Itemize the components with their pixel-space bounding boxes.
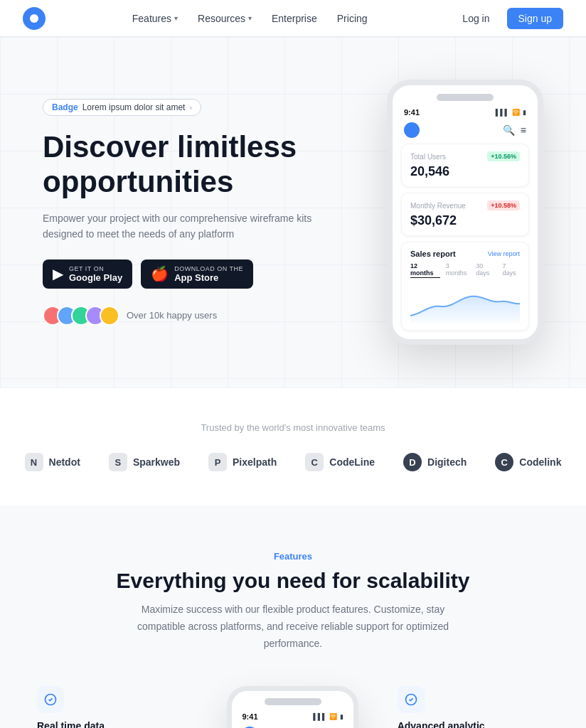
google-play-icon: ▶ <box>53 265 63 282</box>
wifi-icon: 🛜 <box>512 109 520 116</box>
hero-left: Badge Lorem ipsum dolor sit amet › Disco… <box>43 99 327 325</box>
nav-logo[interactable] <box>23 7 46 30</box>
logo-codeline: C CodeLine <box>305 453 375 471</box>
badge-text: Lorem ipsum dolor sit amet <box>82 102 186 112</box>
realtime-title: Real time data <box>37 720 188 728</box>
phone-search-icon: 🔍 <box>503 124 515 136</box>
total-users-value: 20,546 <box>410 164 520 179</box>
avatar <box>100 306 119 326</box>
phone-status-bar: 9:41 ▌▌▌ 🛜 ▮ <box>401 108 529 117</box>
apple-icon: 🍎 <box>151 265 169 282</box>
codeline-label: CodeLine <box>329 456 375 468</box>
features-title: Everything you need for scalability <box>23 569 563 593</box>
monthly-revenue-badge: +10.58% <box>487 200 520 210</box>
codelink-label: Codelink <box>519 456 561 468</box>
app-store-sub: Download on the <box>174 265 243 272</box>
nav-enterprise[interactable]: Enterprise <box>272 13 317 24</box>
nav-features[interactable]: Features ▾ <box>132 13 178 24</box>
feature-realtime: Real time data Access up-to-the-minute i… <box>37 686 188 728</box>
nav-links: Features ▾ Resources ▾ Enterprise Pricin… <box>132 13 368 24</box>
monthly-revenue-card: Monthly Revenue +10.58% $30,672 <box>401 193 529 236</box>
pixelpath-icon: P <box>208 453 227 471</box>
nav-actions: Log in Sign up <box>454 8 563 29</box>
monthly-revenue-label: Monthly Revenue <box>410 202 466 210</box>
features-right-col: Advanced analytic Dive deeper into your … <box>383 686 563 728</box>
logos-row: N Netdot S Sparkweb P Pixelpath C CodeLi… <box>23 453 563 471</box>
avatar-group <box>43 306 119 326</box>
signup-button[interactable]: Sign up <box>507 8 563 29</box>
total-users-label: Total Users <box>410 153 446 161</box>
logo-sparkweb: S Sparkweb <box>109 453 180 471</box>
phone-status-bar-sm: 9:41 ▌▌▌ 🛜 ▮ <box>239 712 346 721</box>
features-center-col: 9:41 ▌▌▌ 🛜 ▮ 🔍 ≡ Total U <box>203 686 383 728</box>
features-label: Features <box>23 551 563 562</box>
nav-pricing[interactable]: Pricing <box>337 13 368 24</box>
login-button[interactable]: Log in <box>454 9 498 28</box>
phone-app-header: 🔍 ≡ <box>401 122 529 144</box>
trusted-label: Trusted by the world's most innovative t… <box>23 422 563 433</box>
google-play-sub: GET IT ON <box>69 265 122 272</box>
store-buttons: ▶ GET IT ON Google Play 🍎 Download on th… <box>43 259 327 289</box>
features-subtitle: Maximize success with our flexible produ… <box>122 601 464 652</box>
signal-icon-sm: ▌▌▌ <box>313 713 326 720</box>
sparkweb-icon: S <box>109 453 127 471</box>
codelink-icon: C <box>495 453 513 471</box>
logo-netdot: N Netdot <box>25 453 80 471</box>
tab-12months[interactable]: 12 months <box>410 262 440 278</box>
google-play-name: Google Play <box>69 272 122 283</box>
tab-3months[interactable]: 3 months <box>446 262 470 278</box>
netdot-icon: N <box>25 453 43 471</box>
hero-section: Badge Lorem ipsum dolor sit amet › Disco… <box>0 37 586 387</box>
feature-analytic: Advanced analytic Dive deeper into your … <box>398 686 549 728</box>
app-store-button[interactable]: 🍎 Download on the App Store <box>141 259 253 289</box>
logo-codelink: C Codelink <box>495 453 561 471</box>
analytic-title: Advanced analytic <box>398 720 549 728</box>
battery-icon: ▮ <box>523 109 526 116</box>
nav-resources[interactable]: Resources ▾ <box>198 13 252 24</box>
tab-7days[interactable]: 7 days <box>502 262 520 278</box>
hero-title: Discover limitless opportunities <box>43 130 327 199</box>
signal-icon: ▌▌▌ <box>496 109 509 116</box>
phone-time: 9:41 <box>404 108 420 117</box>
phone-mockup: 9:41 ▌▌▌ 🛜 ▮ 🔍 ≡ Total U <box>387 80 543 345</box>
sales-report-card: Sales report View report 12 months 3 mon… <box>401 242 529 331</box>
hero-users: Over 10k happy users <box>43 306 327 326</box>
logo-pixelpath: P Pixelpath <box>208 453 277 471</box>
hero-subtitle: Empower your project with our comprehens… <box>43 210 327 242</box>
app-store-name: App Store <box>174 272 243 283</box>
tab-30days[interactable]: 30 days <box>476 262 496 278</box>
sales-report-title: Sales report <box>410 250 456 258</box>
logo-icon <box>23 7 46 30</box>
codeline-icon: C <box>305 453 324 471</box>
phone-status-icons: ▌▌▌ 🛜 ▮ <box>496 109 526 116</box>
sales-tabs: 12 months 3 months 30 days 7 days <box>410 262 520 278</box>
logo-digitech: D Digitech <box>403 453 467 471</box>
navbar: Features ▾ Resources ▾ Enterprise Pricin… <box>0 0 586 37</box>
phone-header-icons: 🔍 ≡ <box>503 124 526 136</box>
digitech-label: Digitech <box>427 456 467 468</box>
total-users-card: Total Users +10.56% 20,546 <box>401 144 529 187</box>
badge-label: Badge <box>52 102 78 112</box>
svg-point-0 <box>30 14 38 23</box>
hero-right: 9:41 ▌▌▌ 🛜 ▮ 🔍 ≡ Total U <box>387 80 543 345</box>
netdot-label: Netdot <box>49 456 80 468</box>
phone-app-logo <box>404 122 420 138</box>
digitech-icon: D <box>403 453 422 471</box>
phone-menu-icon: ≡ <box>521 124 526 136</box>
analytic-icon-wrap <box>398 686 425 713</box>
features-phone-mockup: 9:41 ▌▌▌ 🛜 ▮ 🔍 ≡ Total U <box>227 686 358 728</box>
sales-chart <box>410 284 520 323</box>
features-section: Features Everything you need for scalabi… <box>0 505 586 728</box>
features-left-col: Real time data Access up-to-the-minute i… <box>23 686 203 728</box>
phone-notch-sm <box>265 698 321 705</box>
view-report-link[interactable]: View report <box>488 250 520 257</box>
phone-status-icons-sm: ▌▌▌ 🛜 ▮ <box>313 713 343 720</box>
chevron-icon: ▾ <box>174 14 178 22</box>
battery-icon-sm: ▮ <box>340 713 343 720</box>
monthly-revenue-value: $30,672 <box>410 213 520 228</box>
total-users-badge: +10.56% <box>487 151 520 161</box>
google-play-button[interactable]: ▶ GET IT ON Google Play <box>43 259 132 289</box>
sparkweb-label: Sparkweb <box>133 456 180 468</box>
users-count-text: Over 10k happy users <box>127 310 217 321</box>
hero-content: Badge Lorem ipsum dolor sit amet › Disco… <box>0 37 586 387</box>
